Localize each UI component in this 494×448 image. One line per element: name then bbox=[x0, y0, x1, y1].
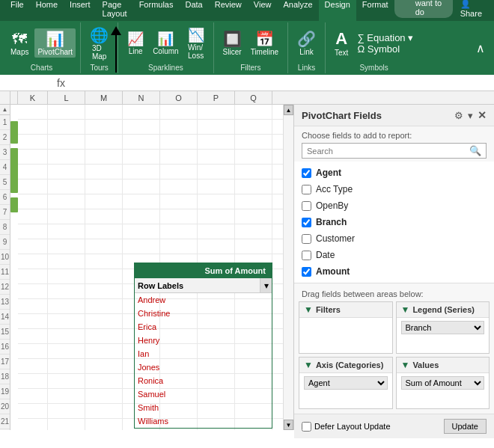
cell-r8-c3[interactable] bbox=[123, 209, 160, 224]
panel-close-icon[interactable]: ✕ bbox=[478, 109, 487, 121]
cell-r3-c2[interactable] bbox=[85, 135, 123, 149]
cell-r6-c1[interactable] bbox=[48, 179, 85, 194]
cell-r12-c0[interactable] bbox=[18, 269, 48, 283]
update-button[interactable]: Update bbox=[444, 419, 487, 434]
cell-r3-c6[interactable] bbox=[235, 135, 272, 149]
scroll-up[interactable]: ▲ bbox=[0, 105, 10, 115]
timeline-button[interactable]: 📅 Timeline bbox=[248, 28, 281, 58]
cell-r4-c6[interactable] bbox=[235, 150, 272, 164]
cell-r1-c0[interactable] bbox=[18, 105, 48, 119]
share-button[interactable]: 👤 Share bbox=[460, 0, 482, 18]
pivotchart-button[interactable]: 📊 PivotChart bbox=[34, 28, 76, 58]
cell-r6-c2[interactable] bbox=[85, 179, 123, 194]
tab-pagelayout[interactable]: Page Layout bbox=[97, 0, 133, 21]
cell-row-9[interactable] bbox=[18, 224, 283, 239]
cell-r2-c1[interactable] bbox=[48, 120, 85, 134]
cell-r2-c6[interactable] bbox=[235, 120, 272, 134]
cell-r5-c5[interactable] bbox=[198, 165, 235, 179]
cell-r21-c0[interactable] bbox=[18, 404, 48, 418]
slicer-button[interactable]: 🔲 Slicer bbox=[220, 28, 245, 58]
cell-row-1[interactable] bbox=[18, 105, 283, 120]
panel-dropdown-icon[interactable]: ▾ bbox=[468, 110, 473, 121]
3dmap-button[interactable]: 🌐 3DMap bbox=[87, 25, 112, 62]
cell-r20-c1[interactable] bbox=[48, 389, 85, 403]
row-labels-dropdown[interactable]: ▾ bbox=[260, 278, 272, 292]
cell-r9-c0[interactable] bbox=[18, 224, 48, 239]
cell-r8-c0[interactable] bbox=[18, 209, 48, 224]
cell-r2-c3[interactable] bbox=[123, 120, 160, 134]
cell-r14-c0[interactable] bbox=[18, 299, 48, 313]
vertical-scrollbar[interactable]: ▲ ▼ bbox=[283, 105, 293, 430]
cell-r7-c3[interactable] bbox=[123, 194, 160, 209]
cell-r11-c2[interactable] bbox=[85, 254, 123, 269]
cell-r3-c1[interactable] bbox=[48, 135, 85, 149]
search-box[interactable]: 🔍 bbox=[302, 143, 487, 159]
cell-r19-c0[interactable] bbox=[18, 374, 48, 388]
cell-r4-c4[interactable] bbox=[160, 150, 198, 164]
equation-button[interactable]: ∑ Equation ▾ Ω Symbol bbox=[354, 31, 416, 56]
cell-r7-c4[interactable] bbox=[160, 194, 198, 209]
cell-r11-c1[interactable] bbox=[48, 254, 85, 269]
cell-r7-c0[interactable] bbox=[18, 194, 48, 209]
cell-r14-c2[interactable] bbox=[85, 299, 123, 313]
cell-r15-c1[interactable] bbox=[48, 314, 85, 328]
cell-r6-c5[interactable] bbox=[198, 179, 235, 194]
cell-r6-c6[interactable] bbox=[235, 179, 272, 194]
field-cb-openby[interactable] bbox=[302, 201, 311, 211]
cell-r3-c5[interactable] bbox=[198, 135, 235, 149]
cell-r3-c3[interactable] bbox=[123, 135, 160, 149]
cell-r7-c6[interactable] bbox=[235, 194, 272, 209]
cell-row-10[interactable] bbox=[18, 239, 283, 254]
cell-r12-c1[interactable] bbox=[48, 269, 85, 283]
cell-r22-c0[interactable] bbox=[18, 419, 48, 430]
cell-r16-c2[interactable] bbox=[85, 329, 123, 343]
cell-r10-c2[interactable] bbox=[85, 239, 123, 254]
cell-r5-c2[interactable] bbox=[85, 165, 123, 179]
area-legend-content[interactable]: Branch bbox=[397, 318, 490, 353]
cell-r21-c2[interactable] bbox=[85, 404, 123, 418]
cell-r6-c4[interactable] bbox=[160, 179, 198, 194]
cell-r18-c1[interactable] bbox=[48, 359, 85, 373]
cell-r2-c0[interactable] bbox=[18, 120, 48, 134]
cell-grid[interactable]: Sum of Amount Row Labels ▾ AndrewChristi… bbox=[10, 105, 283, 430]
cell-r15-c2[interactable] bbox=[85, 314, 123, 328]
tab-view[interactable]: View bbox=[248, 0, 278, 21]
cell-r9-c3[interactable] bbox=[123, 224, 160, 239]
tab-formulas[interactable]: Formulas bbox=[133, 0, 180, 21]
field-cb-agent[interactable] bbox=[302, 168, 311, 178]
cell-r14-c1[interactable] bbox=[48, 299, 85, 313]
cell-r18-c2[interactable] bbox=[85, 359, 123, 373]
cell-r12-c2[interactable] bbox=[85, 269, 123, 283]
tab-file[interactable]: File bbox=[4, 0, 30, 21]
maps-button[interactable]: 🗺 Maps bbox=[7, 29, 31, 58]
values-sum-select[interactable]: Sum of Amount bbox=[401, 376, 485, 390]
tab-home[interactable]: Home bbox=[30, 0, 64, 21]
cell-r9-c2[interactable] bbox=[85, 224, 123, 239]
cell-row-8[interactable] bbox=[18, 209, 283, 224]
cell-r8-c1[interactable] bbox=[48, 209, 85, 224]
cell-r6-c0[interactable] bbox=[18, 179, 48, 194]
cell-row-6[interactable] bbox=[18, 179, 283, 194]
cell-r5-c0[interactable] bbox=[18, 165, 48, 179]
cell-r10-c1[interactable] bbox=[48, 239, 85, 254]
cell-r3-c4[interactable] bbox=[160, 135, 198, 149]
line-button[interactable]: 📈 Line bbox=[124, 29, 147, 57]
cell-r8-c4[interactable] bbox=[160, 209, 198, 224]
cell-r16-c0[interactable] bbox=[18, 329, 48, 343]
tab-insert[interactable]: Insert bbox=[64, 0, 97, 21]
cell-r4-c5[interactable] bbox=[198, 150, 235, 164]
cell-r7-c1[interactable] bbox=[48, 194, 85, 209]
cell-r2-c4[interactable] bbox=[160, 120, 198, 134]
field-cb-customer[interactable] bbox=[302, 234, 311, 244]
cell-r1-c4[interactable] bbox=[160, 105, 198, 119]
cell-r8-c5[interactable] bbox=[198, 209, 235, 224]
tab-data[interactable]: Data bbox=[179, 0, 208, 21]
area-values-content[interactable]: Sum of Amount bbox=[397, 373, 490, 408]
axis-agent-select[interactable]: Agent bbox=[304, 376, 388, 390]
collapse-ribbon-button[interactable]: ∧ bbox=[476, 41, 485, 55]
cell-r9-c5[interactable] bbox=[198, 224, 235, 239]
cell-r10-c5[interactable] bbox=[198, 239, 235, 254]
cell-r4-c2[interactable] bbox=[85, 150, 123, 164]
tab-analyze[interactable]: Analyze bbox=[277, 0, 318, 21]
cell-r21-c1[interactable] bbox=[48, 404, 85, 418]
